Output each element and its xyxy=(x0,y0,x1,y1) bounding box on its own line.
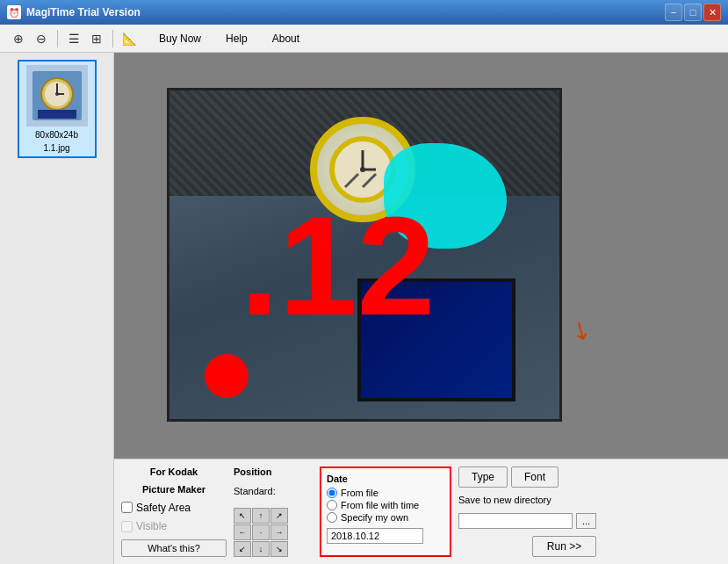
pos-arrow-se[interactable]: ↘ xyxy=(270,541,288,557)
pos-arrow-s[interactable]: ↓ xyxy=(252,541,270,557)
date-value-input[interactable]: 2018.10.12 xyxy=(327,528,423,544)
left-panel: 80x80x24b 1.1.jpg xyxy=(0,53,114,564)
whats-this-button[interactable]: What's this? xyxy=(121,539,227,557)
save-dir-row: Save to new directory xyxy=(458,495,596,505)
menu-buttons: Buy Now Help About xyxy=(148,29,311,48)
thumbnail-item[interactable]: 80x80x24b 1.1.jpg xyxy=(18,60,97,158)
from-file-row: From file xyxy=(327,488,444,498)
save-dir-input-row: ... xyxy=(458,513,596,529)
thumbnail-image xyxy=(26,65,88,127)
type-button[interactable]: Type xyxy=(458,466,508,488)
list-view-button[interactable]: ☰ xyxy=(64,29,83,48)
arrow-annotation: ↘ xyxy=(565,312,596,347)
menu-icons: ⊕ ⊖ ☰ ⊞ 📐 xyxy=(4,29,144,48)
canvas-area: .12 ↘ For Kodak Picture Maker Safety Are… xyxy=(114,53,728,564)
inner-image: .12 xyxy=(169,90,559,419)
date-text-overlay: .12 xyxy=(240,196,435,336)
thumbnail-label-2: 1.1.jpg xyxy=(43,143,69,153)
pos-arrow-w[interactable]: ← xyxy=(234,524,251,540)
canvas-content: .12 ↘ xyxy=(114,53,728,459)
title-bar: ⏰ MagiTime Trial Version − □ ✕ xyxy=(0,0,728,25)
position-label: Position xyxy=(234,466,313,477)
bottom-controls: For Kodak Picture Maker Safety Area Visi… xyxy=(114,459,728,564)
clock-thumbnail-icon xyxy=(31,69,83,122)
standard-label: Standard: xyxy=(234,486,313,496)
zoom-out-button[interactable]: ⊖ xyxy=(32,29,51,48)
from-file-label: From file xyxy=(341,488,378,498)
from-file-radio[interactable] xyxy=(327,488,337,498)
app-icon: ⏰ xyxy=(7,5,21,19)
svg-point-10 xyxy=(360,167,365,172)
settings-button[interactable]: 📐 xyxy=(119,29,139,48)
visible-row: Visible xyxy=(121,520,227,532)
date-title: Date xyxy=(327,474,444,484)
grid-view-button[interactable]: ⊞ xyxy=(87,29,106,48)
run-row: Run >> xyxy=(458,536,596,557)
position-section: Position Standard: ↖ ↑ ↗ ← · → ↙ ↓ ↘ xyxy=(234,466,313,557)
title-bar-buttons: − □ ✕ xyxy=(665,4,721,21)
buy-now-button[interactable]: Buy Now xyxy=(148,29,213,48)
pos-arrow-c[interactable]: · xyxy=(252,524,270,540)
pos-arrow-sw[interactable]: ↙ xyxy=(234,541,251,557)
for-kodak-label: For Kodak xyxy=(121,466,227,477)
separator-2 xyxy=(112,30,113,47)
from-file-time-label: From file with time xyxy=(341,500,419,510)
run-button[interactable]: Run >> xyxy=(532,536,596,557)
title-bar-text: MagiTime Trial Version xyxy=(26,6,665,18)
svg-point-5 xyxy=(55,92,59,96)
menu-bar: ⊕ ⊖ ☰ ⊞ 📐 Buy Now Help About xyxy=(0,25,728,53)
help-button[interactable]: Help xyxy=(214,29,259,48)
pos-arrow-e[interactable]: → xyxy=(270,524,288,540)
save-dir-input[interactable] xyxy=(458,513,573,529)
separator-1 xyxy=(57,30,58,47)
svg-rect-6 xyxy=(38,110,76,119)
browse-button[interactable]: ... xyxy=(576,513,596,529)
specify-own-radio[interactable] xyxy=(327,512,337,523)
zoom-in-button[interactable]: ⊕ xyxy=(9,29,28,48)
save-dir-label: Save to new directory xyxy=(458,495,551,505)
preview-image: .12 xyxy=(167,88,562,422)
thumbnail-label-1: 80x80x24b xyxy=(35,130,78,140)
date-section: Date From file From file with time Speci… xyxy=(320,466,451,557)
picture-maker-label: Picture Maker xyxy=(121,484,227,495)
minimize-button[interactable]: − xyxy=(665,4,682,21)
pos-arrow-n[interactable]: ↑ xyxy=(252,508,270,524)
position-arrows: ↖ ↑ ↗ ← · → ↙ ↓ ↘ xyxy=(234,508,313,557)
right-controls: Type Font Save to new directory ... Run … xyxy=(458,466,596,557)
font-button[interactable]: Font xyxy=(511,466,559,488)
from-file-time-radio[interactable] xyxy=(327,500,337,510)
red-dot-overlay xyxy=(205,354,249,398)
safety-area-row: Safety Area xyxy=(121,502,227,514)
visible-checkbox[interactable] xyxy=(121,521,133,532)
visible-label: Visible xyxy=(136,520,167,532)
type-font-row: Type Font xyxy=(458,466,596,488)
kodak-section: For Kodak Picture Maker Safety Area Visi… xyxy=(121,466,227,557)
about-button[interactable]: About xyxy=(261,29,311,48)
pos-arrow-ne[interactable]: ↗ xyxy=(270,508,288,524)
maximize-button[interactable]: □ xyxy=(684,4,702,21)
specify-own-row: Specify my own xyxy=(327,512,444,523)
pos-arrow-nw[interactable]: ↖ xyxy=(234,508,251,524)
close-button[interactable]: ✕ xyxy=(703,4,721,21)
main-area: 80x80x24b 1.1.jpg xyxy=(0,53,728,564)
safety-area-checkbox[interactable] xyxy=(121,502,133,513)
specify-own-label: Specify my own xyxy=(341,512,408,523)
safety-area-label: Safety Area xyxy=(136,502,191,514)
from-file-time-row: From file with time xyxy=(327,500,444,510)
